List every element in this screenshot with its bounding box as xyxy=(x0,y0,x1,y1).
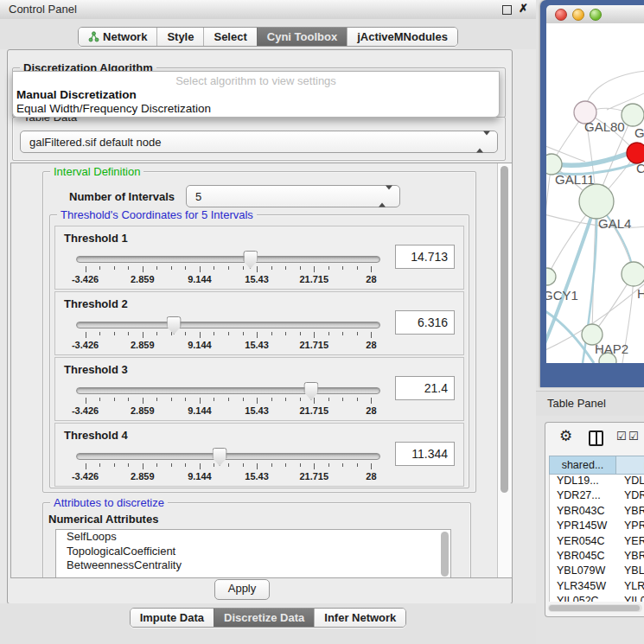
slider-tick xyxy=(328,266,329,270)
table-row[interactable]: YIL052CYIL0 xyxy=(550,595,644,602)
table-row[interactable]: YBL079WYBL0 xyxy=(550,564,644,579)
numerical-attributes-list[interactable]: SelfLoopsTopologicalCoefficientBetweenne… xyxy=(55,529,451,578)
minimize-traffic-light-icon[interactable] xyxy=(572,9,584,21)
threshold-slider[interactable]: -3.4262.8599.14415.4321.71528 xyxy=(76,384,380,417)
checkbox-icon[interactable]: ☑ xyxy=(628,430,639,443)
cell-name[interactable]: YIL0 xyxy=(617,595,644,602)
table-row[interactable]: YPR145WYPR1 xyxy=(550,520,644,534)
dropdown-option-equal-width[interactable]: Equal Width/Frequency Discretization xyxy=(16,102,495,115)
cell-name[interactable]: YBR0 xyxy=(617,505,644,520)
algorithm-dropdown-popup: Select algorithm to view settings Manual… xyxy=(12,71,500,118)
slider-tick xyxy=(128,332,129,335)
tab-impute-data[interactable]: Impute Data xyxy=(131,609,214,627)
table-row[interactable]: YDL19...YDL1 xyxy=(550,475,644,489)
number-of-intervals-spinner[interactable]: 5 xyxy=(186,185,400,207)
table-row[interactable]: YLR345WYLR3 xyxy=(550,580,644,595)
tab-discretize-data[interactable]: Discretize Data xyxy=(214,609,314,627)
node-label-gcy1[interactable]: GCY1 xyxy=(546,288,578,303)
cell-shared-name[interactable]: YLR345W xyxy=(550,580,617,595)
node-label-ga[interactable]: GA xyxy=(634,125,644,140)
float-window-icon[interactable] xyxy=(502,5,512,15)
slider-tick xyxy=(342,266,343,270)
cell-shared-name[interactable]: YBR045C xyxy=(550,550,617,564)
column-header-name[interactable]: n... xyxy=(616,456,644,475)
cell-shared-name[interactable]: YDL19... xyxy=(550,475,617,489)
tab-style[interactable]: Style xyxy=(156,28,203,46)
slider-tick xyxy=(128,266,129,270)
slider-tick xyxy=(200,266,201,272)
table-data-combobox[interactable]: galFiltered.sif default node xyxy=(20,131,498,153)
horizontal-scrollbar[interactable] xyxy=(548,604,642,612)
split-columns-icon[interactable] xyxy=(589,430,603,446)
threshold-slider[interactable]: -3.4262.8599.14415.4321.71528 xyxy=(76,252,380,285)
cell-shared-name[interactable]: YIL052C xyxy=(550,595,617,602)
node-label-c[interactable]: C xyxy=(636,161,644,175)
tick-label: -3.426 xyxy=(72,471,99,481)
tab-jactivemnodules[interactable]: jActiveMNodules xyxy=(347,28,457,46)
attribute-list-item[interactable]: SelfLoops xyxy=(56,530,450,545)
table-row[interactable]: YER054CYER0 xyxy=(550,535,644,550)
attribute-list-item[interactable]: TopologicalCoefficient xyxy=(56,545,450,559)
attribute-list-item[interactable]: BetweennessCentrality xyxy=(56,558,450,573)
close-icon[interactable]: ✗ xyxy=(519,2,528,15)
cell-shared-name[interactable]: YER054C xyxy=(550,535,617,550)
list-scrollbar[interactable] xyxy=(441,532,449,577)
slider-track[interactable] xyxy=(76,453,380,460)
slider-thumb[interactable] xyxy=(303,382,318,400)
table-row[interactable]: YBR045CYBR0 xyxy=(550,550,644,564)
cell-shared-name[interactable]: YDR27... xyxy=(550,489,617,504)
cell-name[interactable]: YBR0 xyxy=(617,550,644,564)
threshold-value-box[interactable]: 21.4 xyxy=(395,376,455,400)
tick-label: 21.715 xyxy=(299,405,328,416)
cell-name[interactable]: YBL0 xyxy=(617,564,644,579)
checkbox-icon[interactable]: ☑ xyxy=(616,430,627,443)
slider-thumb[interactable] xyxy=(243,251,258,269)
table-row[interactable]: YBR043CYBR0 xyxy=(550,505,644,520)
cell-shared-name[interactable]: YPR145W xyxy=(550,520,617,534)
slider-tick xyxy=(300,332,301,335)
slider-thumb[interactable] xyxy=(167,316,182,335)
dropdown-option-manual[interactable]: Manual Discretization xyxy=(16,88,495,101)
cell-name[interactable]: YDR2 xyxy=(617,489,644,504)
tab-cyni-toolbox[interactable]: Cyni Toolbox xyxy=(257,28,347,46)
network-canvas[interactable]: GAL80 GA C GAL11 GAL4 GCY1 H HAP2 xyxy=(546,23,644,363)
tab-infer-network[interactable]: Infer Network xyxy=(314,609,405,627)
slider-tick xyxy=(271,398,272,401)
gear-icon[interactable]: ⚙ xyxy=(559,428,572,445)
node-label-gal80[interactable]: GAL80 xyxy=(584,119,625,134)
slider-tick xyxy=(357,463,358,467)
node-label-hap2[interactable]: HAP2 xyxy=(595,341,628,356)
threshold-value-box[interactable]: 6.316 xyxy=(395,310,455,335)
tab-network[interactable]: Network xyxy=(79,28,156,46)
table-row[interactable]: YDR27...YDR2 xyxy=(550,489,644,504)
cell-name[interactable]: YLR3 xyxy=(617,580,644,595)
vertical-scrollbar-thumb[interactable] xyxy=(501,166,508,493)
close-traffic-light-icon[interactable] xyxy=(555,9,567,21)
cell-name[interactable]: YDL1 xyxy=(617,475,644,489)
slider-track[interactable] xyxy=(76,322,380,328)
slider-tick xyxy=(243,266,244,270)
slider-track[interactable] xyxy=(76,256,380,263)
node-label-gal4[interactable]: GAL4 xyxy=(598,216,631,231)
bottom-tabstrip: Impute DataDiscretize DataInfer Network xyxy=(0,603,536,644)
cell-name[interactable]: YER0 xyxy=(617,535,644,550)
slider-tick xyxy=(86,463,86,469)
vertical-scrollbar[interactable] xyxy=(497,163,512,577)
tab-select[interactable]: Select xyxy=(203,28,256,46)
slider-track[interactable] xyxy=(76,387,380,394)
threshold-value-box[interactable]: 14.713 xyxy=(395,245,455,269)
threshold-slider[interactable]: -3.4262.8599.14415.4321.71528 xyxy=(76,450,380,482)
cell-name[interactable]: YPR1 xyxy=(617,520,644,534)
apply-button[interactable]: Apply xyxy=(214,579,270,600)
threshold-value-box[interactable]: 11.344 xyxy=(395,442,455,466)
threshold-slider[interactable]: -3.4262.8599.14415.4321.71528 xyxy=(76,318,380,351)
node-label-gal11[interactable]: GAL11 xyxy=(555,172,595,187)
zoom-traffic-light-icon[interactable] xyxy=(590,9,602,21)
cell-shared-name[interactable]: YBR043C xyxy=(550,505,617,520)
top-tab-control: NetworkStyleSelectCyni ToolboxjActiveMNo… xyxy=(78,27,458,47)
column-header-shared-name[interactable]: shared... xyxy=(549,456,616,475)
top-tabstrip: NetworkStyleSelectCyni ToolboxjActiveMNo… xyxy=(0,19,536,49)
node-label-h[interactable]: H xyxy=(637,286,644,301)
cell-shared-name[interactable]: YBL079W xyxy=(550,564,617,579)
horizontal-scrollbar-thumb[interactable] xyxy=(549,605,640,611)
